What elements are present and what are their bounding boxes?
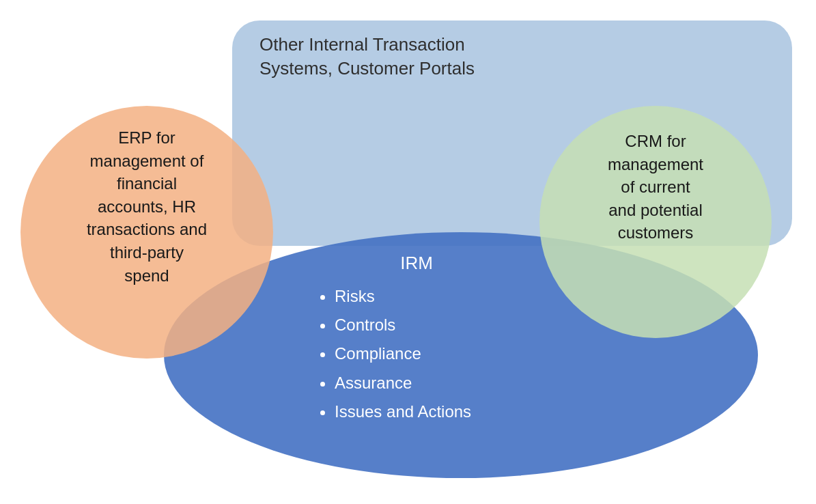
- irm-list: Risks Controls Compliance Assurance Issu…: [294, 283, 539, 425]
- erp-text: ERP formanagement offinancialaccounts, H…: [87, 128, 207, 285]
- diagram-container: Other Internal Transaction Systems, Cust…: [0, 0, 816, 504]
- irm-label: IRM Risks Controls Compliance Assurance …: [294, 249, 539, 428]
- blue-rect-label: Other Internal Transaction Systems, Cust…: [259, 33, 519, 81]
- erp-label: ERP formanagement offinancialaccounts, H…: [31, 126, 263, 287]
- irm-item-issues: Issues and Actions: [335, 399, 539, 425]
- irm-item-compliance: Compliance: [335, 341, 539, 367]
- irm-title: IRM: [294, 249, 539, 278]
- irm-item-controls: Controls: [335, 312, 539, 338]
- irm-item-assurance: Assurance: [335, 370, 539, 396]
- crm-label: CRM formanagementof currentand potential…: [546, 130, 765, 244]
- crm-text: CRM formanagementof currentand potential…: [608, 132, 703, 242]
- irm-item-risks: Risks: [335, 283, 539, 309]
- blue-rect-text: Other Internal Transaction Systems, Cust…: [259, 34, 475, 79]
